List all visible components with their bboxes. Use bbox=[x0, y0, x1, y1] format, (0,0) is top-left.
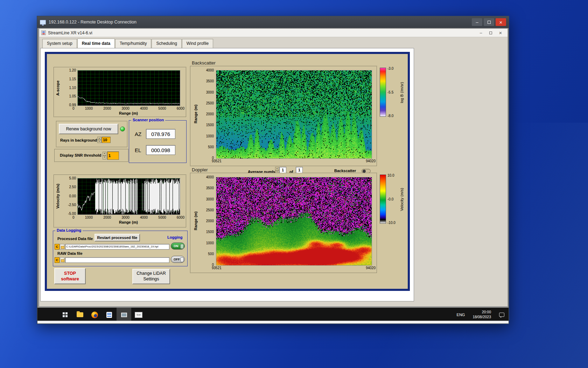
processed-data-file-label: Processed Data file bbox=[57, 237, 93, 241]
taskbar-notes-button[interactable] bbox=[102, 308, 117, 322]
clock-date: 18/08/2023 bbox=[472, 315, 491, 320]
backscatter-graph-group: Range (m) 400035003000250020001500100050… bbox=[190, 66, 377, 166]
taskbar-start-button[interactable] bbox=[58, 308, 72, 322]
spin-up-icon[interactable] bbox=[103, 152, 106, 156]
maximize-icon bbox=[488, 21, 491, 24]
taskbar-streamline-button[interactable] bbox=[117, 308, 131, 322]
file-explorer-icon bbox=[77, 312, 83, 317]
spin-up-icon[interactable] bbox=[275, 167, 279, 170]
panel-frame: A-scope 1.201.151.101.050.99 01000200030… bbox=[45, 52, 410, 291]
processed-logging-toggle[interactable]: ON bbox=[171, 243, 185, 250]
doppler-colorbar-ticks: 10.0-0.0-10.0 bbox=[387, 173, 396, 225]
logging-label: Logging bbox=[167, 235, 182, 239]
velocity-x-axis-label: Range (m) bbox=[77, 220, 180, 224]
data-logging-box: Data Logging Processed Data file Restart… bbox=[53, 231, 188, 266]
processed-browse-icon[interactable] bbox=[60, 244, 64, 250]
velocity-y-axis-label: Velocity (m/s) bbox=[56, 178, 60, 214]
doppler-y-axis-label: Range (m) bbox=[194, 177, 198, 265]
doppler-y-ticks: 40003500300025002000150010005000 bbox=[201, 175, 214, 267]
backscatter-x-start: 93521 bbox=[212, 159, 222, 163]
taskbar-firefox-button[interactable] bbox=[87, 308, 102, 322]
ascope-graph-group: A-scope 1.201.151.101.050.99 01000200030… bbox=[54, 67, 187, 117]
rdp-window-title: 192.168.0.122 - Remote Desktop Connectio… bbox=[49, 20, 470, 25]
rays-spinner[interactable] bbox=[97, 137, 101, 143]
spin-up-icon[interactable] bbox=[97, 137, 101, 140]
tab-wind-profile[interactable]: Wind profile bbox=[182, 39, 213, 48]
backscatter-title: Backscatter bbox=[192, 60, 216, 66]
processed-path-field[interactable]: C:\LiDAR\Data\Proc\2023\202308\20230818\… bbox=[65, 244, 169, 250]
action-center-button[interactable] bbox=[495, 308, 509, 322]
rdp-titlebar[interactable]: 192.168.0.122 - Remote Desktop Connectio… bbox=[37, 16, 509, 28]
app-titlebar[interactable]: StreamLine XR v14-6.vi bbox=[39, 29, 507, 37]
ascope-y-axis-label: A-scope bbox=[56, 70, 60, 105]
spin-down-icon[interactable] bbox=[103, 156, 106, 159]
processed-drive-box[interactable]: C bbox=[55, 244, 59, 250]
app-restore-button[interactable] bbox=[486, 29, 496, 36]
ascope-x-axis-label: Range (m) bbox=[77, 111, 180, 115]
velocity-x-ticks: 0100020003000400050006000 bbox=[72, 216, 184, 219]
app-close-button[interactable] bbox=[496, 29, 505, 36]
rdp-maximize-button[interactable] bbox=[484, 18, 494, 26]
tab-temp-humidity[interactable]: Temp/humidity bbox=[115, 39, 151, 48]
doppler-colorbar-label: Velocity (m/s) bbox=[400, 180, 404, 219]
data-logging-title: Data Logging bbox=[55, 228, 83, 232]
backscatter-y-axis-label: Range (m) bbox=[194, 70, 198, 158]
raw-browse-icon[interactable] bbox=[60, 257, 64, 263]
renew-background-button[interactable]: Renew background now bbox=[59, 124, 118, 134]
taskbar-explorer-button[interactable] bbox=[72, 308, 87, 322]
doppler-x-start: 93521 bbox=[212, 266, 222, 270]
elevation-value[interactable]: 000.098 bbox=[146, 145, 175, 155]
backscatter-x-end: 94020 bbox=[366, 159, 376, 163]
background-status-led bbox=[120, 127, 125, 131]
snr-threshold-label: Display SNR threshold bbox=[60, 153, 102, 157]
backscatter-toggle-label: Backscatter bbox=[334, 169, 356, 173]
backscatter-colorbar bbox=[380, 68, 386, 117]
app-minimize-button[interactable] bbox=[476, 29, 486, 36]
language-indicator[interactable]: ENG bbox=[453, 308, 469, 322]
doppler-x-end: 94020 bbox=[366, 266, 376, 270]
taskbar: Scan ENG 20:00 18/08/2023 bbox=[37, 308, 509, 322]
taskbar-tray: ENG 20:00 18/08/2023 bbox=[453, 308, 509, 322]
ascope-x-ticks: 0100020003000400050006000 bbox=[72, 107, 184, 110]
desktop: 192.168.0.122 - Remote Desktop Connectio… bbox=[0, 0, 588, 368]
taskbar-scan-button[interactable]: Scan bbox=[131, 308, 146, 322]
tab-system-setup[interactable]: System setup bbox=[42, 39, 77, 48]
rays-value-field[interactable]: 10 bbox=[102, 137, 111, 143]
raw-path-field[interactable] bbox=[65, 257, 169, 263]
stop-button-line1: STOP bbox=[64, 271, 76, 276]
restart-processed-file-button[interactable]: Restart processed file bbox=[94, 234, 140, 241]
raw-drive-box[interactable]: C bbox=[55, 257, 59, 263]
velocity-plot bbox=[77, 178, 180, 215]
scan-app-label: Scan bbox=[136, 314, 141, 316]
scanner-position-box: Scanner position AZ 078.976 EL 000.098 bbox=[129, 120, 187, 163]
change-lidar-settings-button[interactable]: Change LiDAR Settings bbox=[132, 269, 170, 284]
stop-software-button[interactable]: STOP software bbox=[54, 268, 86, 284]
rdp-close-button[interactable] bbox=[496, 18, 506, 26]
restore-icon bbox=[489, 32, 492, 34]
doppler-graph-group: Range (m) 400035003000250020001500100050… bbox=[190, 173, 377, 273]
snr-value-field[interactable]: 1 bbox=[107, 151, 119, 160]
backscatter-colorbar-ticks: -3.0-5.5-8.0 bbox=[387, 67, 393, 118]
azimuth-label: AZ bbox=[135, 131, 141, 137]
tab-scheduling[interactable]: Scheduling bbox=[152, 39, 181, 48]
velocity-graph-group: Velocity (m/s) 5.002.500.00-2.50-5.00 01… bbox=[54, 175, 187, 228]
settings-button-line2: Settings bbox=[143, 277, 159, 282]
processed-file-row: C C:\LiDAR\Data\Proc\2023\202308\2023081… bbox=[55, 244, 169, 250]
azimuth-value[interactable]: 078.976 bbox=[146, 129, 175, 139]
remote-desktop-icon bbox=[40, 20, 46, 25]
doppler-colorbar bbox=[380, 175, 386, 224]
clock-time: 20:00 bbox=[472, 310, 491, 315]
rdp-horizontal-scrollbar[interactable] bbox=[37, 321, 509, 323]
raw-logging-toggle[interactable]: OFF bbox=[171, 256, 185, 263]
app-window-icon bbox=[121, 313, 127, 317]
backscatter-y-ticks: 40003500300025002000150010005000 bbox=[201, 68, 214, 160]
doppler-title: Doppler bbox=[192, 167, 208, 172]
taskbar-clock[interactable]: 20:00 18/08/2023 bbox=[469, 310, 495, 319]
document-lines-icon bbox=[106, 312, 112, 318]
rdp-window: 192.168.0.122 - Remote Desktop Connectio… bbox=[37, 16, 509, 324]
scanner-position-title: Scanner position bbox=[131, 118, 165, 122]
snr-spinner[interactable] bbox=[103, 152, 106, 159]
tab-real-time-data[interactable]: Real time data bbox=[77, 39, 115, 48]
spin-down-icon[interactable] bbox=[97, 140, 101, 143]
rdp-minimize-button[interactable] bbox=[472, 18, 482, 26]
